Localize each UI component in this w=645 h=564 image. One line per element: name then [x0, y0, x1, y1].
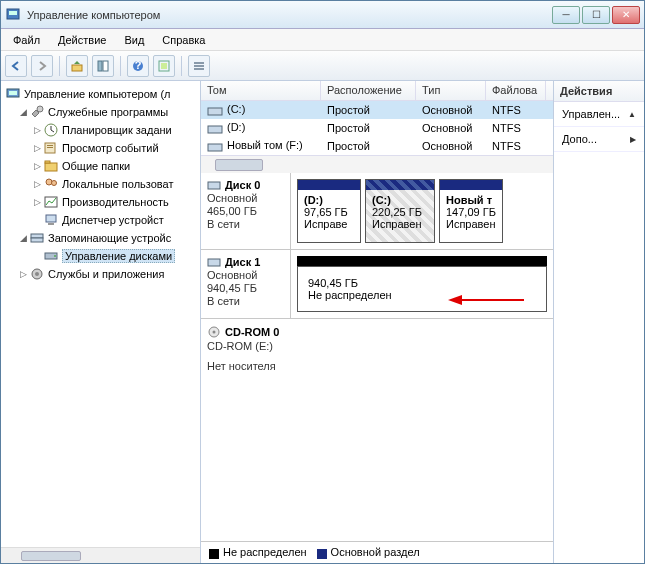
expand-icon[interactable]: ▷ — [31, 179, 43, 189]
col-volume[interactable]: Том — [201, 81, 321, 100]
partition-d[interactable]: (D:)97,65 ГБИсправе — [297, 179, 361, 243]
toolbar: ? — [1, 51, 644, 81]
svg-rect-32 — [208, 108, 222, 115]
refresh-button[interactable] — [153, 55, 175, 77]
tree-storage[interactable]: ◢ Запоминающие устройс — [3, 229, 198, 247]
svg-text:?: ? — [135, 60, 142, 71]
close-button[interactable]: ✕ — [612, 6, 640, 24]
collapse-icon[interactable]: ◢ — [17, 233, 29, 243]
help-button[interactable]: ? — [127, 55, 149, 77]
folder-share-icon — [43, 158, 59, 174]
svg-rect-33 — [208, 126, 222, 133]
tree-performance[interactable]: ▷ Производительность — [3, 193, 198, 211]
tree-local-users[interactable]: ▷ Локальные пользоват — [3, 175, 198, 193]
storage-icon — [29, 230, 45, 246]
cdrom-info[interactable]: CD-ROM 0 CD-ROM (E:) Нет носителя — [201, 319, 553, 378]
legend-swatch-primary — [317, 549, 327, 559]
volume-row[interactable]: Новый том (F:) Простой Основной NTFS — [201, 137, 553, 155]
legend: Не распределен Основной раздел — [201, 541, 553, 563]
cdrom-icon — [207, 325, 221, 339]
drive-icon — [207, 123, 223, 135]
svg-point-31 — [35, 272, 39, 276]
svg-rect-24 — [46, 215, 56, 222]
menu-action[interactable]: Действие — [50, 32, 114, 48]
back-button[interactable] — [5, 55, 27, 77]
disk-mgmt-icon — [43, 248, 59, 264]
tree-system-tools[interactable]: ◢ Служебные программы — [3, 103, 198, 121]
svg-rect-13 — [9, 91, 17, 95]
annotation-arrow-icon — [446, 291, 526, 309]
svg-rect-20 — [45, 161, 50, 163]
unallocated-bar — [297, 256, 547, 266]
collapse-icon[interactable]: ◢ — [17, 107, 29, 117]
tree-services-apps[interactable]: ▷ Службы и приложения — [3, 265, 198, 283]
col-layout[interactable]: Расположение — [321, 81, 416, 100]
expand-icon[interactable]: ▷ — [31, 197, 43, 207]
disk-1-row: Диск 1 Основной 940,45 ГБ В сети 940,45 … — [201, 250, 553, 319]
svg-point-22 — [52, 181, 57, 186]
tree-device-manager[interactable]: Диспетчер устройст — [3, 211, 198, 229]
up-button[interactable] — [66, 55, 88, 77]
col-type[interactable]: Тип — [416, 81, 486, 100]
svg-rect-11 — [194, 68, 204, 70]
forward-button[interactable] — [31, 55, 53, 77]
unallocated-space[interactable]: 940,45 ГБ Не распределен — [297, 266, 547, 312]
svg-rect-3 — [98, 61, 102, 71]
tree-event-viewer[interactable]: ▷ Просмотр событий — [3, 139, 198, 157]
show-hide-tree-button[interactable] — [92, 55, 114, 77]
menu-file[interactable]: Файл — [5, 32, 48, 48]
partition-c[interactable]: (C:)220,25 ГБИсправен — [365, 179, 435, 243]
clock-icon — [43, 122, 59, 138]
title-bar: Управление компьютером ─ ☐ ✕ — [1, 1, 644, 29]
col-filesystem[interactable]: Файлова — [486, 81, 546, 100]
maximize-button[interactable]: ☐ — [582, 6, 610, 24]
disk-icon — [207, 256, 221, 268]
svg-point-29 — [54, 255, 56, 257]
tree-disk-management[interactable]: Управление дисками — [3, 247, 198, 265]
actions-pane: Действия Управлен...▲ Допо...▶ — [554, 81, 644, 563]
volume-row[interactable]: (C:) Простой Основной NTFS — [201, 101, 553, 119]
expand-icon[interactable]: ▷ — [31, 125, 43, 135]
tree-shared-folders[interactable]: ▷ Общие папки — [3, 157, 198, 175]
svg-point-40 — [213, 331, 216, 334]
disk-0-info[interactable]: Диск 0 Основной 465,00 ГБ В сети — [201, 173, 291, 249]
tree-pane: Управление компьютером (л ◢ Служебные пр… — [1, 81, 201, 563]
legend-swatch-unallocated — [209, 549, 219, 559]
actions-manage[interactable]: Управлен...▲ — [554, 102, 644, 127]
svg-rect-8 — [161, 63, 167, 69]
expand-icon[interactable]: ▷ — [31, 143, 43, 153]
expand-icon[interactable]: ▷ — [31, 161, 43, 171]
minimize-button[interactable]: ─ — [552, 6, 580, 24]
svg-rect-25 — [48, 223, 54, 225]
menu-view[interactable]: Вид — [116, 32, 152, 48]
tree-hscrollbar[interactable] — [1, 547, 200, 563]
menu-help[interactable]: Справка — [154, 32, 213, 48]
app-window: Управление компьютером ─ ☐ ✕ Файл Действ… — [0, 0, 645, 564]
disk-map: Диск 0 Основной 465,00 ГБ В сети (D:)97,… — [201, 173, 553, 541]
svg-rect-1 — [9, 11, 17, 15]
tree-root[interactable]: Управление компьютером (л — [3, 85, 198, 103]
svg-rect-36 — [208, 259, 220, 266]
app-icon — [5, 7, 21, 23]
expand-icon[interactable]: ▷ — [17, 269, 29, 279]
disk-0-row: Диск 0 Основной 465,00 ГБ В сети (D:)97,… — [201, 173, 553, 250]
cdrom-row: CD-ROM 0 CD-ROM (E:) Нет носителя — [201, 319, 553, 378]
tree-task-scheduler[interactable]: ▷ Планировщик задани — [3, 121, 198, 139]
volume-hscrollbar[interactable] — [201, 155, 553, 173]
performance-icon — [43, 194, 59, 210]
svg-rect-9 — [194, 62, 204, 64]
svg-rect-19 — [45, 163, 57, 171]
svg-rect-10 — [194, 65, 204, 67]
svg-rect-4 — [103, 61, 108, 71]
disk-1-info[interactable]: Диск 1 Основной 940,45 ГБ В сети — [201, 250, 291, 318]
collapse-triangle-icon: ▲ — [628, 110, 636, 119]
actions-more[interactable]: Допо...▶ — [554, 127, 644, 152]
volume-list-header: Том Расположение Тип Файлова — [201, 81, 553, 101]
list-view-button[interactable] — [188, 55, 210, 77]
content-area: Управление компьютером (л ◢ Служебные пр… — [1, 81, 644, 563]
disk-icon — [207, 179, 221, 191]
partition-new[interactable]: Новый т147,09 ГБИсправен — [439, 179, 503, 243]
svg-rect-17 — [47, 145, 53, 146]
svg-rect-26 — [31, 234, 43, 238]
volume-row[interactable]: (D:) Простой Основной NTFS — [201, 119, 553, 137]
